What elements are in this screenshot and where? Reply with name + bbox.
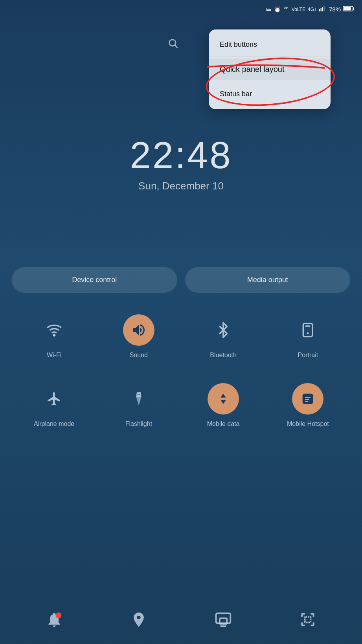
svg-rect-7: [344, 7, 351, 11]
hotspot-icon: [292, 383, 323, 415]
notification-icon[interactable]: [46, 611, 63, 628]
volte-icon: VoLTE: [292, 7, 305, 12]
control-buttons-row: Device control Media output: [12, 267, 350, 293]
svg-rect-21: [305, 617, 311, 623]
tile-airplane[interactable]: Airplane mode: [33, 383, 76, 428]
tile-bluetooth[interactable]: Bluetooth: [202, 314, 245, 360]
tiles-row-2: Airplane mode Flashlight Mob: [12, 383, 350, 428]
mobiledata-label: Mobile data: [207, 420, 240, 428]
svg-rect-4: [323, 6, 324, 11]
hotspot-label: Mobile Hotspot: [287, 420, 329, 428]
hotspot-indicator-icon: [283, 6, 289, 13]
tile-wifi[interactable]: Wi-Fi: [33, 314, 76, 360]
clock-date: Sun, December 10: [0, 180, 362, 192]
tile-hotspot[interactable]: Mobile Hotspot: [286, 383, 329, 428]
portrait-icon: [292, 314, 323, 346]
edit-buttons-item[interactable]: Edit buttons: [209, 34, 331, 55]
wifi-label: Wi-Fi: [47, 351, 61, 360]
svg-point-10: [53, 335, 55, 336]
svg-rect-11: [303, 323, 312, 336]
quick-tiles: Wi-Fi Sound Bluetooth: [12, 314, 350, 452]
battery-icon: [343, 6, 354, 13]
status-bar-item[interactable]: Status bar: [209, 84, 331, 105]
status-bar: 🛏 ⏰ VoLTE 4G↕ 78%: [266, 0, 362, 13]
screen-mirror-icon[interactable]: [215, 611, 232, 628]
tile-sound[interactable]: Sound: [117, 314, 160, 360]
svg-rect-12: [305, 325, 311, 327]
airplane-label: Airplane mode: [34, 420, 74, 428]
tiles-row-1: Wi-Fi Sound Bluetooth: [12, 314, 350, 360]
bluetooth-label: Bluetooth: [210, 351, 237, 360]
mobiledata-icon: [208, 383, 239, 415]
svg-rect-2: [321, 8, 322, 11]
battery-percentage: 78%: [329, 6, 341, 13]
svg-rect-1: [319, 9, 320, 11]
svg-rect-16: [303, 393, 313, 404]
tile-mobiledata[interactable]: Mobile data: [202, 383, 245, 428]
flashlight-icon: [123, 383, 154, 415]
media-output-button[interactable]: Media output: [185, 267, 351, 293]
location-icon[interactable]: [130, 611, 147, 628]
bluetooth-icon: [208, 314, 239, 346]
sound-icon: [123, 314, 154, 346]
svg-point-0: [285, 8, 287, 9]
clock-time: 22:48: [0, 134, 362, 177]
wifi-icon: [39, 314, 70, 346]
svg-point-13: [307, 332, 309, 334]
bottom-icons-row: [12, 611, 350, 628]
search-button[interactable]: [165, 35, 181, 51]
sound-label: Sound: [130, 351, 148, 360]
clock-area: 22:48 Sun, December 10: [0, 134, 362, 192]
svg-point-8: [169, 40, 176, 46]
network-icon: 4G↕: [308, 7, 316, 12]
divider-1: [209, 57, 331, 57]
svg-line-9: [175, 45, 177, 48]
svg-rect-6: [353, 7, 354, 10]
sleep-icon: 🛏: [266, 6, 272, 13]
flashlight-label: Flashlight: [125, 420, 152, 428]
alarm-icon: ⏰: [274, 6, 281, 13]
tile-flashlight[interactable]: Flashlight: [117, 383, 160, 428]
quick-panel-layout-item[interactable]: Quick panel layout: [209, 59, 331, 80]
svg-rect-3: [322, 7, 323, 11]
svg-point-17: [55, 613, 61, 618]
airplane-icon: [39, 383, 70, 415]
signal-icon: [319, 6, 327, 13]
device-control-button[interactable]: Device control: [12, 267, 177, 293]
dropdown-menu: Edit buttons Quick panel layout Status b…: [209, 29, 331, 109]
screenshot-icon[interactable]: [299, 611, 316, 628]
portrait-label: Portrait: [298, 351, 318, 360]
divider-2: [209, 82, 331, 82]
tile-portrait[interactable]: Portrait: [286, 314, 329, 360]
